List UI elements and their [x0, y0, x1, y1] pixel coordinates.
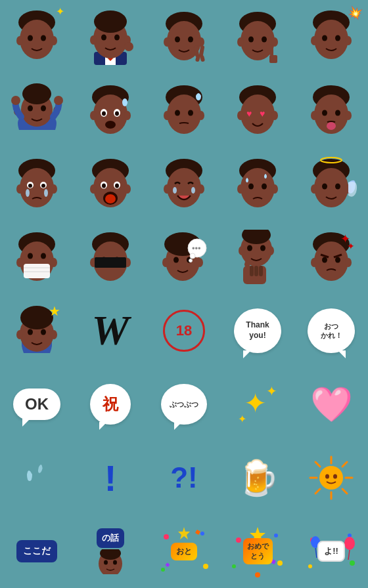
cell-r8c1[interactable]: ここだ: [0, 514, 74, 588]
svg-point-176: [319, 466, 343, 490]
svg-point-37: [345, 36, 352, 45]
svg-point-61: [198, 111, 204, 120]
svg-rect-131: [95, 257, 126, 268]
cell-r5c3[interactable]: 18: [147, 294, 221, 368]
cell-r6c5[interactable]: 🩷: [294, 368, 368, 441]
cell-r8c3[interactable]: おと: [147, 514, 221, 588]
svg-point-144: [239, 246, 245, 255]
svg-point-118: [16, 258, 23, 267]
sticker-angry: ✦ ✦: [302, 228, 361, 287]
cell-r2c5[interactable]: [294, 74, 368, 147]
cell-r6c3[interactable]: ぶつぶつ: [147, 368, 221, 441]
svg-point-35: [314, 20, 348, 59]
cell-r1c3[interactable]: [147, 0, 221, 74]
cell-r4c4[interactable]: [221, 220, 294, 294]
sticker-yo: よ!!: [302, 522, 361, 581]
svg-point-46: [11, 96, 20, 105]
cell-r1c5[interactable]: 💥: [294, 0, 368, 74]
svg-text:✦: ✦: [347, 241, 355, 251]
sticker-thought: •••: [154, 228, 214, 287]
cell-r4c2[interactable]: [74, 220, 147, 294]
svg-point-83: [28, 184, 32, 188]
svg-point-54: [102, 111, 106, 116]
svg-point-184: [200, 532, 204, 536]
svg-point-4: [16, 36, 23, 45]
eighteen-label: 18: [176, 322, 192, 339]
cell-r1c2[interactable]: [74, 0, 147, 74]
svg-point-166: [28, 329, 33, 335]
svg-point-96: [105, 194, 116, 203]
eighteen-circle: 18: [163, 310, 205, 352]
svg-rect-149: [250, 266, 254, 276]
svg-point-107: [248, 183, 254, 189]
heart-icon: 🩷: [310, 385, 353, 425]
sticker-sun: [302, 448, 361, 507]
svg-point-154: [311, 258, 317, 267]
cell-r1c4[interactable]: [221, 0, 294, 74]
svg-point-120: [28, 253, 33, 259]
svg-point-165: [51, 330, 57, 339]
cell-r6c1[interactable]: OK: [0, 368, 74, 441]
ok-bubble: OK: [13, 388, 60, 420]
cell-r5c2[interactable]: W: [74, 294, 147, 368]
cell-r2c1[interactable]: [0, 74, 74, 147]
svg-point-44: [28, 106, 33, 112]
sticker-surprised: [81, 81, 140, 140]
svg-point-75: [335, 110, 340, 116]
cell-r4c3[interactable]: •••: [147, 220, 221, 294]
cell-r8c4[interactable]: おめでとう: [221, 514, 294, 588]
svg-text:♥: ♥: [246, 108, 252, 119]
sticker-buba: ぶつぶつ: [154, 375, 214, 434]
cell-r5c5[interactable]: おつかれ！: [294, 294, 368, 368]
svg-point-11: [101, 35, 106, 41]
cell-r7c1[interactable]: [0, 441, 74, 514]
sticker-exclamation: !: [81, 448, 140, 507]
yo-text: よ!!: [324, 546, 338, 556]
sticker-censored: [81, 228, 140, 287]
cell-r5c1[interactable]: ★: [0, 294, 74, 368]
svg-point-41: [22, 83, 51, 104]
cell-r4c5[interactable]: ✦ ✦: [294, 220, 368, 294]
svg-point-79: [16, 184, 23, 194]
svg-point-194: [255, 572, 260, 578]
svg-point-136: [173, 257, 179, 262]
svg-point-191: [274, 534, 278, 537]
cell-r7c4[interactable]: 🍺: [221, 441, 294, 514]
svg-point-86: [44, 189, 48, 197]
svg-point-134: [162, 258, 169, 267]
cell-r5c4[interactable]: Thankyou!: [221, 294, 294, 368]
svg-line-172: [315, 462, 320, 467]
svg-marker-189: [178, 527, 190, 539]
svg-point-12: [114, 35, 120, 41]
cell-r3c5[interactable]: [294, 147, 368, 220]
cell-r4c1[interactable]: [0, 220, 74, 294]
cell-r1c1[interactable]: ✦: [0, 0, 74, 74]
cell-r2c2[interactable]: [74, 74, 147, 147]
svg-point-3: [41, 35, 46, 41]
cell-r3c3[interactable]: [147, 147, 221, 220]
svg-text:•••: •••: [192, 243, 201, 253]
cell-r2c3[interactable]: [147, 74, 221, 147]
cell-r8c5[interactable]: よ!!: [294, 514, 368, 588]
sticker-face-plain: 💥: [302, 7, 361, 66]
svg-point-38: [322, 35, 327, 41]
cell-r3c1[interactable]: [0, 147, 74, 220]
exclaim-icon: !: [104, 457, 117, 499]
cell-r2c4[interactable]: ♥ ♥: [221, 74, 294, 147]
cell-r7c5[interactable]: [294, 441, 368, 514]
cell-r7c3[interactable]: ?!: [147, 441, 221, 514]
sticker-thumbsup2: [228, 228, 287, 287]
cell-r7c2[interactable]: !: [74, 441, 147, 514]
svg-point-63: [188, 110, 193, 116]
sticker-hoodie: [7, 81, 66, 140]
thankyou-text: Thankyou!: [246, 320, 269, 341]
svg-point-185: [203, 564, 208, 569]
cell-r6c2[interactable]: 祝: [74, 368, 147, 441]
cell-r8c2[interactable]: の話: [74, 514, 147, 588]
cell-r3c4[interactable]: [221, 147, 294, 220]
cell-r3c2[interactable]: [74, 147, 147, 220]
sticker-yell: [81, 154, 140, 213]
svg-point-153: [314, 242, 348, 281]
ok-text: OK: [25, 395, 49, 413]
cell-r6c4[interactable]: ✦ ✦ ✦: [221, 368, 294, 441]
